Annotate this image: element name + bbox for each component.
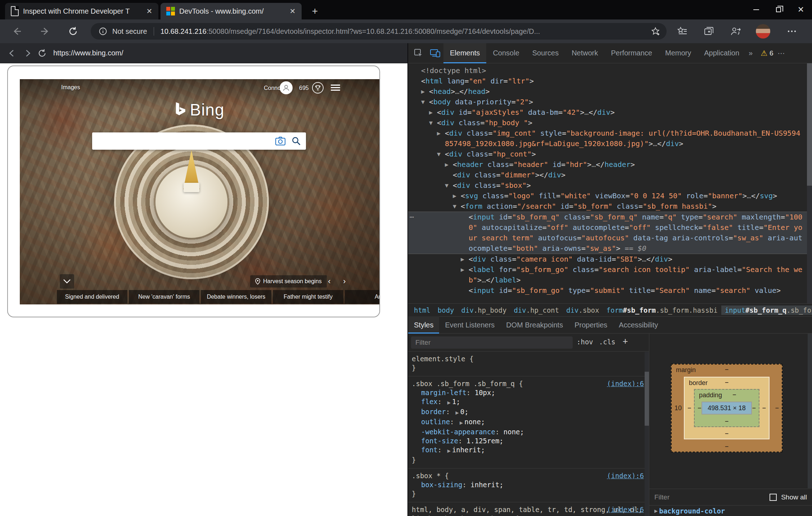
- tab-event-listeners[interactable]: Event Listeners: [439, 316, 500, 334]
- device-back-icon[interactable]: [8, 49, 17, 58]
- close-button[interactable]: ✕: [790, 0, 812, 19]
- computed-scrollbar[interactable]: [808, 334, 812, 488]
- dom-tree-row[interactable]: ▼<div class="sbox">: [408, 180, 812, 191]
- dom-tree-row[interactable]: ▼<div class="hp_body ">: [408, 118, 812, 128]
- breadcrumb-item[interactable]: body: [434, 305, 458, 315]
- maximize-button[interactable]: [767, 0, 790, 19]
- stylesheet-link[interactable]: (index):6: [607, 471, 644, 480]
- settings-menu-icon[interactable]: [784, 24, 800, 39]
- border-left-value[interactable]: −: [687, 404, 691, 412]
- css-rule[interactable]: (index):6.sbox * {box-sizing: inherit;}: [408, 469, 649, 502]
- search-box[interactable]: [92, 132, 306, 150]
- styles-filter-input[interactable]: Filter: [411, 336, 573, 349]
- dom-tree-row[interactable]: ▼<body data-priority="2">: [408, 97, 812, 107]
- breadcrumb-item[interactable]: form#sb_form.sb_form.hassbi: [603, 305, 721, 315]
- css-rule[interactable]: (index):6html, body, a, div, span, table…: [408, 502, 649, 516]
- toggle-class-button[interactable]: .cls: [599, 338, 615, 346]
- expand-arrow-icon[interactable]: ▶: [461, 254, 464, 264]
- dom-tree-row-selected[interactable]: <input id="sb_form_q" class="sb_form_q" …: [408, 212, 812, 254]
- rewards-trophy-icon[interactable]: [312, 82, 324, 94]
- margin-bottom-value[interactable]: −: [725, 443, 729, 451]
- visual-search-camera-icon[interactable]: [275, 136, 286, 146]
- css-rule[interactable]: element.style {}: [408, 352, 649, 376]
- dom-tree-row[interactable]: <input id="sb_form_go" type="submit" tit…: [408, 285, 812, 296]
- margin-left-value[interactable]: 10: [675, 404, 682, 412]
- dom-tree-row[interactable]: ▼<form action="/search" id="sb_form" cla…: [408, 201, 812, 212]
- new-tab-button[interactable]: +: [308, 4, 322, 18]
- show-all-checkbox[interactable]: [770, 494, 777, 501]
- expand-arrow-icon[interactable]: ▶: [437, 128, 441, 139]
- tab-accessibility[interactable]: Accessibility: [613, 316, 664, 334]
- expand-arrow-icon[interactable]: ▶: [445, 159, 448, 170]
- browser-tab-2[interactable]: DevTools - www.bing.com/ ✕: [161, 3, 302, 19]
- bing-avatar[interactable]: [280, 81, 293, 94]
- tab-network[interactable]: Network: [565, 43, 604, 63]
- border-top-value[interactable]: −: [725, 379, 729, 386]
- tab-close-icon[interactable]: ✕: [287, 5, 299, 17]
- node-options-icon[interactable]: ⋯: [410, 212, 414, 222]
- tab-performance[interactable]: Performance: [605, 43, 659, 63]
- info-icon[interactable]: [99, 27, 107, 36]
- box-model-diagram[interactable]: margin − − 10 − border − − − − padding −: [671, 364, 782, 452]
- css-property[interactable]: border: ▶0;: [412, 407, 645, 417]
- padding-right-value[interactable]: −: [752, 404, 756, 412]
- dom-tree-row[interactable]: <!doctype html>: [408, 65, 812, 76]
- margin-top-value[interactable]: −: [725, 366, 729, 374]
- favorites-bar-icon[interactable]: [675, 24, 690, 39]
- breadcrumb-item[interactable]: div.hp_body: [458, 305, 510, 315]
- new-style-rule-button[interactable]: +: [623, 336, 628, 346]
- dom-tree-row[interactable]: ▶<header class="header" id="hdr">…</head…: [408, 159, 812, 170]
- dom-tree-row[interactable]: ▶<head>…</head>: [408, 86, 812, 97]
- expand-arrow-icon[interactable]: ▶: [421, 86, 425, 97]
- tab-styles[interactable]: Styles: [408, 316, 439, 334]
- tab-memory[interactable]: Memory: [659, 43, 698, 63]
- scrollbar-thumb[interactable]: [645, 372, 649, 426]
- expand-arrow-icon[interactable]: ▶: [453, 191, 456, 201]
- address-bar[interactable]: Not secure 10.68.241.216:50080/msedge/71…: [91, 23, 667, 40]
- carousel-prev-icon[interactable]: ‹: [324, 276, 334, 286]
- collections-icon[interactable]: [701, 24, 717, 39]
- padding-left-value[interactable]: −: [698, 404, 702, 412]
- collapse-arrow-icon[interactable]: ▼: [429, 118, 433, 128]
- dom-tree-row[interactable]: <html lang="en" dir="ltr">: [408, 76, 812, 86]
- dom-tree-row[interactable]: ▶<div class="img_cont" style="background…: [408, 128, 812, 149]
- computed-property-row[interactable]: ▶ background-color: [649, 505, 812, 516]
- back-button[interactable]: [9, 24, 24, 39]
- bing-rewards-points[interactable]: 695: [299, 85, 309, 91]
- css-property[interactable]: box-sizing: inherit;: [412, 480, 645, 489]
- collapse-arrow-icon[interactable]: ▼: [445, 180, 448, 191]
- expand-arrow-icon[interactable]: ▶: [429, 107, 433, 118]
- dom-tree-row[interactable]: ▼<div class="hp_cont">: [408, 149, 812, 159]
- padding-top-value[interactable]: −: [732, 391, 736, 399]
- device-reload-icon[interactable]: [37, 49, 47, 58]
- collapse-arrow-icon[interactable]: ▼: [421, 97, 425, 107]
- border-bottom-value[interactable]: −: [725, 430, 729, 438]
- toggle-hover-button[interactable]: :hov: [577, 338, 593, 346]
- tab-elements[interactable]: Elements: [443, 43, 486, 63]
- inspect-element-icon[interactable]: [410, 46, 427, 60]
- carousel-next-icon[interactable]: ›: [339, 276, 349, 286]
- news-card[interactable]: New 'caravan' forms: [129, 290, 199, 304]
- computed-filter-input[interactable]: Filter: [654, 493, 669, 501]
- breadcrumb-item[interactable]: div.sbox: [563, 305, 603, 315]
- dom-tree-row[interactable]: ▶<div id="ajaxStyles" data-bm="42">…</di…: [408, 107, 812, 118]
- content-box[interactable]: 498.531 × 18: [702, 402, 752, 415]
- stylesheet-link[interactable]: (index):6: [607, 505, 644, 514]
- dom-tree-scrollbar[interactable]: [807, 63, 812, 303]
- tab-dom-breakpoints[interactable]: DOM Breakpoints: [500, 316, 569, 334]
- stylesheet-link[interactable]: (index):6: [607, 379, 644, 388]
- scrollbar-thumb[interactable]: [807, 63, 812, 186]
- css-property[interactable]: outline: ▶none;: [412, 417, 645, 427]
- breadcrumb-item[interactable]: input#sb_form_q.sb_form_q: [721, 305, 812, 315]
- more-tabs-icon[interactable]: »: [746, 43, 755, 63]
- dom-tree-row[interactable]: <div class="dimmer"></div>: [408, 170, 812, 180]
- issues-badge[interactable]: ⚠ 6: [761, 49, 773, 58]
- css-property[interactable]: margin-left: 10px;: [412, 388, 645, 397]
- dom-tree-row[interactable]: ▶<svg class="logo" fill="white" viewBox=…: [408, 191, 812, 201]
- css-property[interactable]: font-size: 1.125rem;: [412, 436, 645, 445]
- tab-properties[interactable]: Properties: [569, 316, 613, 334]
- minimize-button[interactable]: [745, 0, 767, 19]
- news-card[interactable]: Debate winners, losers: [201, 290, 271, 304]
- css-property[interactable]: -webkit-appearance: none;: [412, 427, 645, 436]
- breadcrumb-item[interactable]: html: [410, 305, 434, 315]
